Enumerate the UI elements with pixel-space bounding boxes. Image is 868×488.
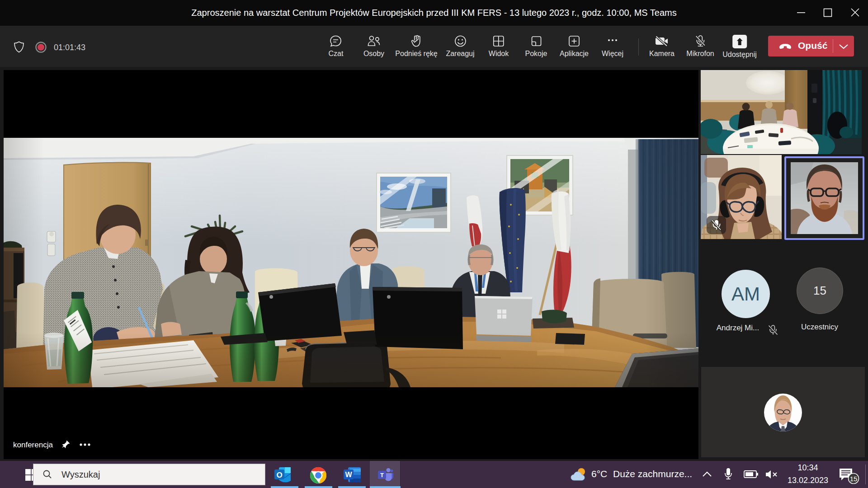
- svg-text:O: O: [276, 471, 282, 479]
- svg-text:W: W: [345, 471, 352, 479]
- svg-text:T: T: [380, 472, 384, 479]
- svg-text:15: 15: [850, 475, 858, 483]
